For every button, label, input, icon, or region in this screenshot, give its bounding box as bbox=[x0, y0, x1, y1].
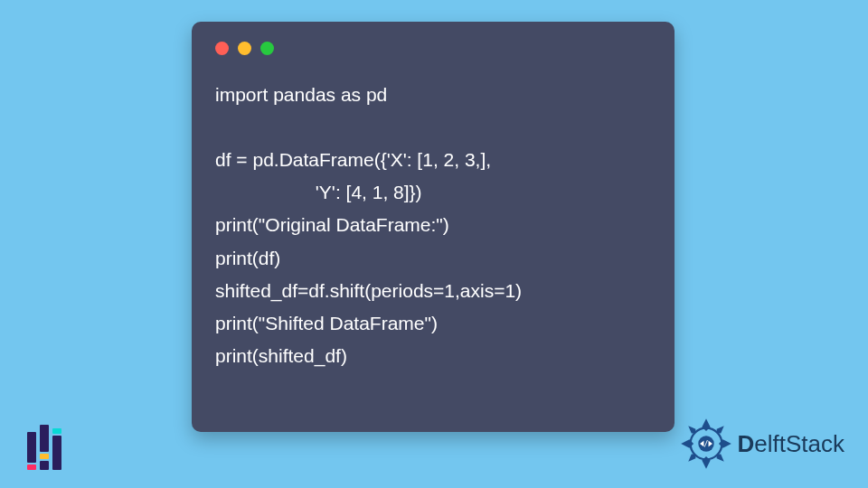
brand-text: DelftStack bbox=[738, 430, 845, 458]
window-close-icon bbox=[215, 42, 229, 55]
left-logo-icon bbox=[27, 425, 67, 470]
window-maximize-icon bbox=[260, 42, 274, 55]
window-controls bbox=[215, 42, 651, 55]
brand-text-rest: elftStack bbox=[754, 430, 844, 457]
brand-area: / DelftStack bbox=[680, 418, 845, 470]
brand-text-bold: D bbox=[738, 430, 755, 457]
code-block: import pandas as pd df = pd.DataFrame({'… bbox=[215, 79, 651, 372]
brand-flower-icon: / bbox=[680, 418, 732, 470]
code-card: import pandas as pd df = pd.DataFrame({'… bbox=[192, 22, 675, 432]
window-minimize-icon bbox=[238, 42, 251, 55]
svg-text:/: / bbox=[703, 439, 708, 448]
